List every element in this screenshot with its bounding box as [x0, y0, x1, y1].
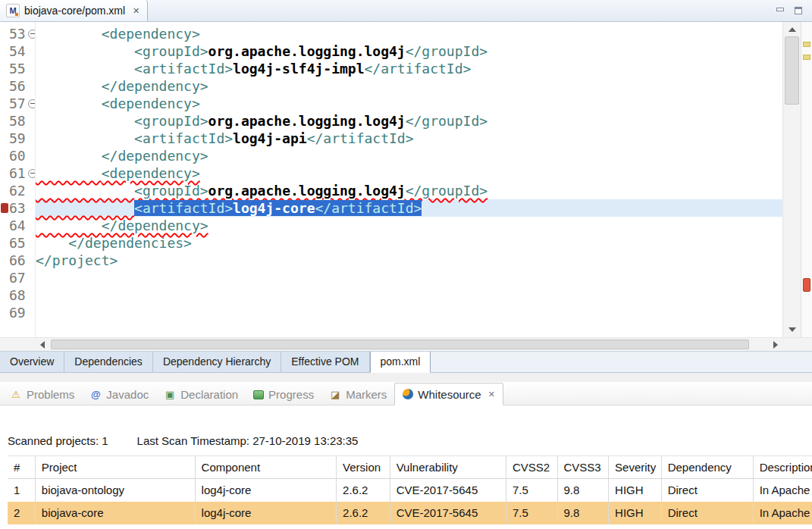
code-area[interactable]: <dependency> <groupId>org.apache.logging…	[36, 22, 782, 337]
line-number[interactable]: 62	[9, 182, 26, 199]
code-line-58[interactable]: <groupId>org.apache.logging.log4j</group…	[36, 112, 782, 130]
annotation-spacer	[0, 29, 9, 39]
view-tab-javadoc[interactable]: Javadoc	[82, 384, 156, 405]
gutter-row: 58	[0, 112, 35, 130]
line-number[interactable]: 60	[9, 147, 26, 164]
view-tab-whitesource[interactable]: Whitesource✕	[394, 383, 503, 405]
scroll-up-icon[interactable]	[783, 23, 801, 36]
code-line-60[interactable]: </dependency>	[36, 147, 782, 164]
selected-text: <artifactId>	[134, 200, 233, 216]
gutter-row: 57	[0, 95, 35, 112]
error-annotation-icon[interactable]	[1, 203, 8, 213]
gutter-row: 69	[0, 304, 35, 321]
editor-tab-pom-xml[interactable]: M biojava-core/pom.xml ✕	[0, 0, 148, 21]
line-number[interactable]: 65	[9, 234, 26, 252]
code-line-69[interactable]	[36, 304, 782, 321]
line-number[interactable]: 64	[9, 217, 26, 234]
line-number[interactable]: 58	[9, 112, 26, 130]
error-overview-marker[interactable]	[803, 278, 810, 292]
tab-close-icon[interactable]: ✕	[133, 6, 140, 16]
table-cell: 2.6.2	[337, 502, 390, 524]
line-number[interactable]: 67	[9, 269, 26, 286]
page-tab-overview[interactable]: Overview	[0, 352, 64, 373]
code-line-65[interactable]: </dependencies>	[36, 234, 782, 252]
column-header-version[interactable]: Version	[337, 456, 390, 479]
annotation-spacer	[0, 64, 9, 74]
code-line-54[interactable]: <groupId>org.apache.logging.log4j</group…	[36, 42, 782, 60]
scanned-projects-label: Scanned projects: 1	[8, 434, 108, 447]
vulnerability-row[interactable]: 1biojava-ontologylog4j-core2.6.2CVE-2017…	[8, 479, 812, 502]
line-number[interactable]: 59	[9, 130, 26, 147]
code-text: </project>	[36, 252, 118, 268]
code-line-68[interactable]	[36, 286, 782, 304]
column-header-dependency[interactable]: Dependency	[661, 456, 753, 479]
occurrence-marker[interactable]	[803, 55, 810, 60]
code-text	[36, 130, 134, 146]
tab-close-icon[interactable]: ✕	[488, 390, 495, 399]
code-line-61[interactable]: <dependency>	[36, 164, 782, 182]
view-tab-declaration[interactable]: Declaration	[156, 384, 246, 405]
code-line-63[interactable]: <artifactId>log4j-core</artifactId>	[36, 199, 782, 217]
code-text: <artifactId>	[134, 130, 233, 146]
column-header-cvss2[interactable]: CVSS2	[506, 456, 557, 479]
vertical-scroll-thumb[interactable]	[785, 36, 799, 105]
vulnerability-row[interactable]: 2biojava-corelog4j-core2.6.2CVE-2017-564…	[8, 502, 812, 524]
column-header-num[interactable]: #	[8, 456, 35, 479]
vertical-scrollbar[interactable]	[782, 22, 801, 337]
table-cell: 9.8	[557, 479, 609, 502]
scroll-right-icon[interactable]	[769, 338, 782, 351]
code-line-67[interactable]	[36, 269, 782, 286]
error-underlined-text: </dependency>	[102, 218, 208, 233]
fold-collapse-icon[interactable]	[28, 99, 36, 108]
view-tab-markers[interactable]: Markers	[321, 384, 394, 405]
column-header-vulnerability[interactable]: Vulnerability	[390, 456, 506, 479]
code-line-56[interactable]: </dependency>	[36, 77, 782, 95]
code-line-57[interactable]: <dependency>	[36, 95, 782, 112]
annotation-spacer	[0, 46, 9, 57]
fold-collapse-icon[interactable]	[28, 169, 36, 178]
page-tab-effective-pom[interactable]: Effective POM	[281, 352, 369, 373]
page-tab-pom-xml[interactable]: pom.xml	[370, 352, 431, 373]
line-number[interactable]: 69	[9, 304, 26, 321]
column-header-project[interactable]: Project	[35, 456, 195, 479]
code-line-59[interactable]: <artifactId>log4j-api</artifactId>	[36, 130, 782, 147]
minimize-icon[interactable]	[776, 6, 785, 15]
view-tab-progress[interactable]: Progress	[246, 384, 321, 405]
code-line-66[interactable]: </project>	[36, 252, 782, 269]
line-number[interactable]: 61	[9, 164, 26, 182]
line-number[interactable]: 56	[9, 77, 26, 95]
line-number[interactable]: 57	[9, 95, 26, 112]
line-number[interactable]: 68	[9, 286, 26, 304]
code-line-55[interactable]: <artifactId>log4j-slf4j-impl</artifactId…	[36, 60, 782, 77]
column-header-component[interactable]: Component	[195, 456, 337, 479]
sash-divider[interactable]	[0, 373, 812, 382]
page-tab-dependencies[interactable]: Dependencies	[64, 352, 153, 373]
line-number[interactable]: 55	[9, 60, 26, 77]
page-tab-dependency-hierarchy[interactable]: Dependency Hierarchy	[153, 352, 281, 373]
column-header-cvss3[interactable]: CVSS3	[557, 456, 609, 479]
horizontal-scroll-thumb[interactable]	[51, 340, 749, 349]
scroll-down-icon[interactable]	[783, 323, 801, 336]
annotation-spacer	[0, 308, 9, 318]
line-number[interactable]: 53	[9, 25, 26, 42]
line-number[interactable]: 63	[9, 199, 26, 217]
column-header-severity[interactable]: Severity	[609, 456, 662, 479]
column-header-description[interactable]: Description	[753, 456, 812, 479]
horizontal-scroll-track[interactable]	[49, 338, 769, 351]
horizontal-scrollbar[interactable]	[0, 337, 812, 351]
maximize-icon[interactable]	[794, 6, 803, 15]
scroll-left-icon[interactable]	[36, 338, 49, 351]
line-number[interactable]: 66	[9, 252, 26, 269]
fold-collapse-icon[interactable]	[28, 30, 36, 39]
occurrence-marker[interactable]	[803, 42, 810, 47]
code-line-53[interactable]: <dependency>	[36, 25, 782, 42]
line-number-gutter: 5354555657585960616263646566676869	[0, 22, 36, 337]
code-line-62[interactable]: <groupId>org.apache.logging.log4j</group…	[36, 182, 782, 199]
view-tab-label: Problems	[27, 388, 74, 401]
line-number[interactable]: 54	[9, 42, 26, 60]
table-cell: log4j-core	[195, 479, 337, 502]
annotation-spacer	[0, 81, 9, 92]
code-line-64[interactable]: </dependency>	[36, 217, 782, 234]
code-text: <groupId>	[134, 113, 208, 129]
view-tab-problems[interactable]: Problems	[2, 384, 82, 405]
